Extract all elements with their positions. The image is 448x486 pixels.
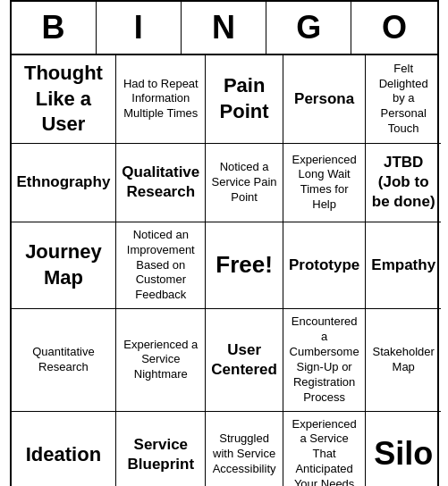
bingo-cell-13: Prototype	[283, 222, 366, 309]
bingo-cell-18: Encountered a Cumbersome Sign-Up or Regi…	[283, 309, 366, 411]
bingo-cell-21: Service Blueprint	[116, 412, 206, 486]
bingo-cell-15: Quantitative Research	[12, 309, 117, 411]
bingo-cell-22: Struggled with Service Accessibility	[206, 412, 283, 486]
bingo-cell-0: Thought Like a User	[12, 55, 117, 144]
bingo-cell-4: Felt Delighted by a Personal Touch	[366, 55, 441, 144]
bingo-cell-3: Persona	[283, 55, 366, 144]
bingo-cell-20: Ideation	[12, 412, 117, 486]
bingo-cell-7: Noticed a Service Pain Point	[206, 144, 283, 222]
bingo-cell-17: User Centered	[206, 309, 283, 411]
bingo-cell-5: Ethnography	[12, 144, 117, 222]
header-letter-i: I	[97, 2, 182, 54]
bingo-cell-1: Had to Repeat Information Multiple Times	[116, 55, 206, 144]
bingo-cell-9: JTBD (Job to be done)	[366, 144, 441, 222]
header-letter-g: G	[266, 2, 351, 54]
bingo-cell-12: Free!	[206, 222, 283, 309]
bingo-cell-16: Experienced a Service Nightmare	[116, 309, 206, 411]
bingo-cell-11: Noticed an Improvement Based on Customer…	[116, 222, 206, 309]
bingo-cell-10: Journey Map	[12, 222, 117, 309]
header-letter-b: B	[12, 2, 97, 54]
bingo-cell-24: Silo	[366, 412, 441, 486]
bingo-cell-8: Experienced Long Wait Times for Help	[283, 144, 366, 222]
bingo-cell-23: Experienced a Service That Anticipated Y…	[283, 412, 366, 486]
header-letter-o: O	[351, 2, 436, 54]
bingo-cell-14: Empathy	[366, 222, 441, 309]
bingo-cell-2: Pain Point	[206, 55, 283, 144]
header-letter-n: N	[182, 2, 266, 54]
bingo-card: BINGO Thought Like a UserHad to Repeat I…	[10, 0, 439, 486]
bingo-cell-6: Qualitative Research	[116, 144, 206, 222]
bingo-header: BINGO	[12, 2, 437, 55]
bingo-grid: Thought Like a UserHad to Repeat Informa…	[12, 55, 437, 486]
bingo-cell-19: Stakeholder Map	[366, 309, 441, 411]
